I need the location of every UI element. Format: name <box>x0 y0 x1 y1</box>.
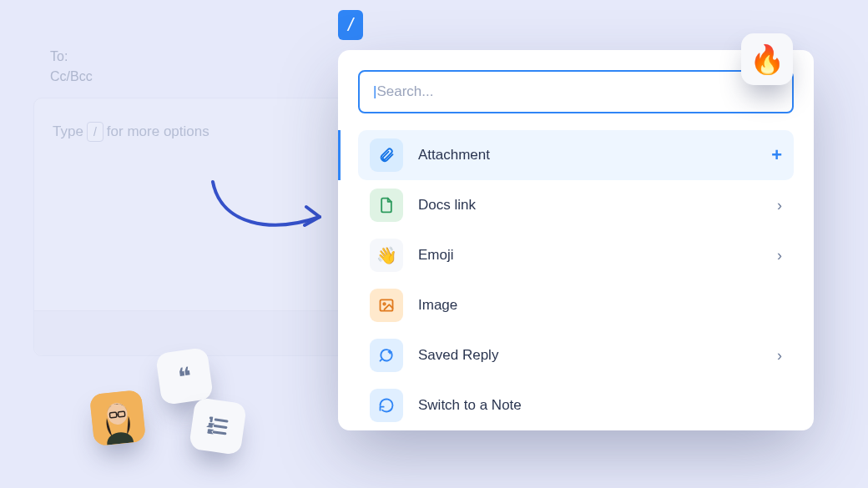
menu-item-emoji[interactable]: 👋 Emoji › <box>358 230 794 280</box>
attachment-icon <box>370 138 403 172</box>
menu-item-docs-link[interactable]: Docs link › <box>358 180 794 230</box>
plus-icon: + <box>771 144 782 166</box>
numbered-list-icon <box>189 397 247 455</box>
menu-item-label: Saved Reply <box>418 347 498 364</box>
menu-item-switch-note[interactable]: Switch to a Note <box>358 380 794 430</box>
fire-emoji-icon: 🔥 <box>741 33 793 85</box>
slash-command-menu: |Search... Attachment + Docs link › 👋 Em… <box>338 50 814 430</box>
arrow-icon <box>204 175 330 242</box>
search-placeholder: Search... <box>376 83 433 100</box>
menu-item-label: Switch to a Note <box>418 397 522 414</box>
chevron-right-icon: › <box>777 247 782 264</box>
search-input[interactable]: |Search... <box>358 70 794 113</box>
saved-reply-icon <box>370 339 403 372</box>
document-icon <box>370 189 403 222</box>
menu-item-attachment[interactable]: Attachment + <box>358 130 794 180</box>
menu-item-label: Docs link <box>418 197 476 214</box>
placeholder-post: for more options <box>107 123 209 140</box>
svg-point-1 <box>383 303 386 305</box>
placeholder-pre: Type <box>53 123 83 140</box>
image-icon <box>370 289 403 322</box>
chevron-right-icon: › <box>777 347 782 365</box>
menu-item-label: Image <box>418 297 457 314</box>
quote-icon: ❝ <box>155 347 214 405</box>
menu-list: Attachment + Docs link › 👋 Emoji › Image <box>358 130 794 430</box>
wave-emoji-icon: 👋 <box>370 239 403 272</box>
avatar <box>89 390 146 446</box>
menu-item-label: Emoji <box>418 247 454 264</box>
refresh-icon <box>370 389 403 422</box>
menu-item-saved-reply[interactable]: Saved Reply › <box>358 330 794 380</box>
slash-badge-icon: / <box>338 10 363 40</box>
menu-item-label: Attachment <box>418 147 490 164</box>
slash-key-icon: / <box>87 122 103 142</box>
menu-item-image[interactable]: Image <box>358 280 794 330</box>
chevron-right-icon: › <box>777 197 782 214</box>
